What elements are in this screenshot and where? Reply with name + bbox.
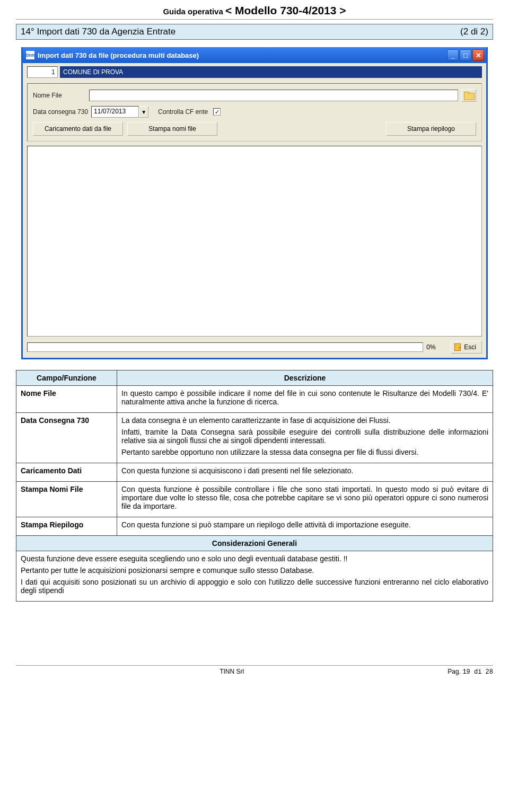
cf-checkbox[interactable]: ✓: [213, 108, 221, 116]
footer-right-label: Pag.: [447, 668, 462, 675]
stampa-nomi-file-button[interactable]: Stampa nomi file: [127, 122, 217, 136]
table-row: Nome File In questo campo è possibile in…: [16, 386, 493, 413]
section-title: 14° Import dati 730 da Agenzia Entrate (…: [16, 24, 493, 40]
section-pager: (2 di 2): [460, 27, 488, 37]
nome-file-label: Nome File: [33, 92, 86, 99]
header-big: < Modello 730-4/2013 >: [225, 4, 346, 16]
close-button[interactable]: ✕: [472, 49, 484, 61]
entity-id-input[interactable]: 1: [27, 66, 58, 78]
browse-button[interactable]: [461, 89, 476, 102]
esci-label: Esci: [464, 343, 476, 351]
folder-icon: [464, 92, 473, 99]
table-header-left: Campo/Funzione: [16, 370, 117, 386]
row-desc: Con questa funzione è possibile controll…: [117, 482, 493, 517]
row-desc: Con questa funzione si acquisiscono i da…: [117, 463, 493, 482]
table-header-right: Descrizione: [117, 370, 493, 386]
results-panel: [27, 146, 482, 337]
progress-percent: 0%: [426, 343, 442, 351]
exit-icon: [454, 343, 461, 351]
table-row: Data Consegna 730 La data consegna è un …: [16, 413, 493, 463]
table-row: Caricamento Dati Con questa funzione si …: [16, 463, 493, 482]
cf-label: Controlla CF ente: [158, 108, 208, 116]
app-window: tinn Import dati 730 da file (procedura …: [21, 47, 488, 359]
row-label: Data Consegna 730: [16, 413, 117, 463]
table-row: Stampa Riepilogo Con questa funzione si …: [16, 517, 493, 536]
form-group: Nome File Data consegna 730 11/07/2013 ▼…: [27, 83, 482, 142]
minimize-button[interactable]: _: [447, 49, 459, 61]
row-label: Nome File: [16, 386, 117, 413]
doc-header: Guida operativa < Modello 730-4/2013 >: [0, 0, 509, 18]
footer-page-number: 19 di 28: [462, 668, 493, 676]
row-desc: La data consegna è un elemento caratteri…: [117, 413, 493, 463]
header-rule: [16, 19, 493, 20]
row-desc: Con questa funzione si può stampare un r…: [117, 517, 493, 536]
section-title-text: 14° Import dati 730 da Agenzia Entrate: [21, 27, 175, 37]
entity-row: 1 COMUNE DI PROVA: [27, 66, 482, 78]
esci-button[interactable]: Esci: [451, 341, 482, 354]
date-picker[interactable]: 11/07/2013 ▼: [91, 106, 148, 118]
description-table: Campo/Funzione Descrizione Nome File In …: [16, 370, 493, 602]
maximize-button[interactable]: □: [460, 49, 471, 61]
window-body: 1 COMUNE DI PROVA Nome File Data consegn…: [23, 63, 486, 358]
data-consegna-label: Data consegna 730: [33, 108, 88, 116]
row-desc: In questo campo è possibile indicare il …: [117, 386, 493, 413]
button-row: Caricamento dati da file Stampa nomi fil…: [33, 122, 476, 136]
considerazioni-header: Considerazioni Generali: [16, 536, 493, 551]
date-field[interactable]: 11/07/2013: [91, 106, 139, 118]
footer-left: TINN Srl: [220, 668, 244, 676]
stampa-riepilogo-button[interactable]: Stampa riepilogo: [386, 122, 476, 136]
progress-bar: [27, 342, 423, 352]
row-label: Stampa Nomi File: [16, 482, 117, 517]
entity-name-field: COMUNE DI PROVA: [60, 66, 482, 78]
progress-row: 0% Esci: [27, 341, 482, 354]
titlebar[interactable]: tinn Import dati 730 da file (procedura …: [23, 47, 486, 63]
chevron-down-icon[interactable]: ▼: [139, 106, 148, 118]
table-row: Stampa Nomi File Con questa funzione è p…: [16, 482, 493, 517]
app-icon: tinn: [26, 51, 34, 59]
window-title: Import dati 730 da file (procedura multi…: [38, 51, 446, 59]
page-footer: TINN Srl Pag. 19 di 28: [16, 665, 493, 676]
caricamento-dati-button[interactable]: Caricamento dati da file: [33, 122, 123, 136]
considerazioni-body: Questa funzione deve essere eseguita sce…: [16, 551, 493, 602]
row-label: Stampa Riepilogo: [16, 517, 117, 536]
header-small: Guida operativa: [163, 7, 225, 16]
row-label: Caricamento Dati: [16, 463, 117, 482]
nome-file-input[interactable]: [89, 90, 458, 101]
